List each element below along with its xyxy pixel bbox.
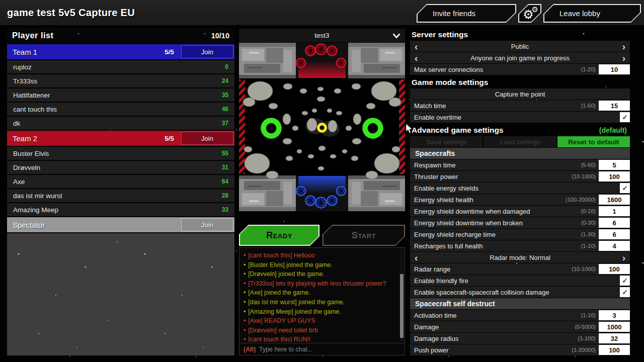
setting-value-input[interactable]: 15: [599, 101, 630, 111]
setting-label: Match time: [414, 102, 446, 110]
save-settings-button[interactable]: Save settings: [410, 136, 482, 147]
selector-prev-icon[interactable]: ‹: [415, 41, 418, 52]
setting-number-row: Energy shield health(100-20000)1600: [410, 194, 630, 205]
settings-section-title: Server settings: [412, 30, 468, 39]
lobby-settings-button[interactable]: ⚙ ⚙: [518, 4, 541, 23]
setting-label: Activation time: [414, 312, 457, 319]
chat-message: •[cant touch this] RUN!!: [244, 335, 396, 342]
setting-value-input[interactable]: 100: [599, 345, 630, 355]
leave-lobby-button[interactable]: Leave lobby: [543, 4, 641, 23]
setting-value-input[interactable]: 6: [599, 218, 630, 228]
player-name: das ist mir wurst: [13, 192, 62, 200]
selector-next-icon[interactable]: ›: [622, 41, 625, 52]
setting-value-input[interactable]: 1600: [599, 195, 630, 205]
selector-prev-icon[interactable]: ‹: [415, 52, 418, 63]
setting-value-input[interactable]: 1: [599, 206, 630, 216]
player-name: ruploz: [13, 63, 32, 71]
chat-box: •[cant touch this] Hellooo•[Buster Elvis…: [239, 247, 405, 355]
spectator-header: Spectator Join: [7, 217, 234, 232]
selected-map-label: test3: [314, 32, 329, 39]
setting-value-input[interactable]: 5: [599, 160, 630, 170]
player-row: cant touch this46: [7, 103, 234, 116]
setting-checkbox[interactable]: ✓: [620, 183, 630, 193]
bullet-icon: •: [244, 280, 246, 287]
center-column: test3: [239, 29, 405, 355]
bullet-icon: •: [244, 252, 246, 259]
settings-section-title: Game mode settings: [412, 78, 488, 87]
settings-subheading: Spacecrafts: [410, 148, 630, 159]
setting-label: Damage radius: [414, 335, 458, 342]
setting-label: Thruster power: [414, 173, 458, 180]
default-tag: (default): [599, 126, 629, 134]
setting-checkbox-row: Enable spacecraft-spacecraft collision d…: [410, 287, 630, 298]
setting-value-input[interactable]: 100: [599, 264, 630, 274]
map-select-dropdown[interactable]: test3: [239, 29, 405, 42]
team-name: Team 2: [13, 134, 37, 143]
player-row: Axe64: [7, 175, 234, 188]
setting-selector-row: ‹Anyone can join game in progress›: [410, 52, 630, 63]
chat-message: •[cant touch this] Hellooo: [244, 251, 396, 260]
setting-number-row: Activation time(1-10)3: [410, 310, 630, 321]
chat-message-text: [Drøvveln] need toilet brb: [248, 327, 317, 334]
lobby-title: game test 5v5 Capture EU: [7, 7, 135, 19]
player-name: Amazing Meep: [13, 206, 58, 214]
player-row: Tr333ss24: [7, 74, 234, 87]
bullet-icon: •: [244, 299, 246, 306]
setting-label: Energy shield downtime when damaged: [414, 208, 530, 215]
chat-message: •[Amazing Meep] joined the game.: [244, 307, 396, 317]
map-preview-image: [239, 43, 405, 211]
chat-input[interactable]: [259, 346, 400, 353]
ready-button[interactable]: Ready: [239, 225, 319, 246]
setting-checkbox[interactable]: ✓: [620, 276, 630, 286]
setting-value-input[interactable]: 4: [599, 241, 630, 251]
selector-prev-icon[interactable]: ‹: [415, 252, 418, 263]
setting-value-input[interactable]: 1000: [599, 322, 630, 332]
setting-range: (1-60): [581, 103, 596, 109]
chat-message: •[das ist mir wurst] joined the game.: [244, 298, 396, 307]
invite-friends-button[interactable]: Invite friends: [417, 4, 516, 23]
bullet-icon: •: [244, 336, 246, 342]
invite-friends-label: Invite friends: [417, 4, 516, 23]
setting-label: Enable friendly fire: [414, 277, 468, 285]
reset-to-default-button[interactable]: Reset to default: [557, 136, 630, 147]
setting-value-input[interactable]: 6: [599, 229, 630, 239]
settings-subheading: Spacecraft self destruct: [410, 298, 630, 309]
join-team-1-button[interactable]: Join: [181, 45, 233, 58]
bullet-icon: •: [244, 317, 246, 324]
setting-checkbox[interactable]: ✓: [620, 112, 630, 122]
setting-value-input[interactable]: 32: [599, 333, 630, 343]
setting-range: (5-60): [581, 162, 596, 168]
chat-scrollbar[interactable]: [400, 249, 404, 341]
setting-value-input[interactable]: 3: [599, 310, 630, 320]
team-slots: 5/5: [165, 135, 174, 142]
settings-buttons-row: Save settingsLoad settingsReset to defau…: [410, 136, 630, 147]
setting-range: (100-20000): [566, 197, 596, 203]
load-settings-button[interactable]: Load settings: [484, 136, 556, 147]
chat-message-text: [Tr333ss] lets try playing with less thr…: [248, 280, 386, 287]
start-button[interactable]: Start: [323, 225, 405, 246]
join-team-2-button[interactable]: Join: [181, 132, 233, 145]
join-spectator-button[interactable]: Join: [181, 218, 233, 231]
selector-next-icon[interactable]: ›: [622, 252, 625, 263]
selector-value: Anyone can join game in progress: [470, 54, 570, 62]
setting-checkbox-row: Enable energy shields✓: [410, 183, 630, 194]
bullet-icon: •: [244, 327, 246, 334]
chat-message: •[Tr333ss] lets try playing with less th…: [244, 279, 396, 289]
chat-message: •[Drøvveln] need toilet brb: [244, 326, 396, 335]
spectator-area: [7, 233, 234, 355]
setting-label: Damage: [414, 323, 439, 331]
chat-message-text: [Axe] joined the game.: [248, 289, 310, 296]
setting-label: Push power: [414, 346, 449, 354]
setting-value-input[interactable]: 10: [599, 64, 630, 74]
setting-number-row: Energy shield recharge time(1-30)6: [410, 229, 630, 240]
player-count: 10/10: [211, 32, 229, 40]
chat-message: •[Drøvveln] joined the game.: [244, 269, 396, 279]
setting-label: Radar range: [414, 265, 450, 273]
setting-value-input[interactable]: 100: [599, 171, 630, 182]
chat-scrollbar-thumb[interactable]: [400, 274, 404, 338]
setting-range: (1-10): [581, 243, 596, 249]
player-row: Buster Elvis55: [7, 147, 234, 160]
checkmark-icon: ✓: [622, 288, 628, 296]
setting-checkbox[interactable]: ✓: [620, 287, 630, 297]
selector-next-icon[interactable]: ›: [622, 52, 625, 63]
